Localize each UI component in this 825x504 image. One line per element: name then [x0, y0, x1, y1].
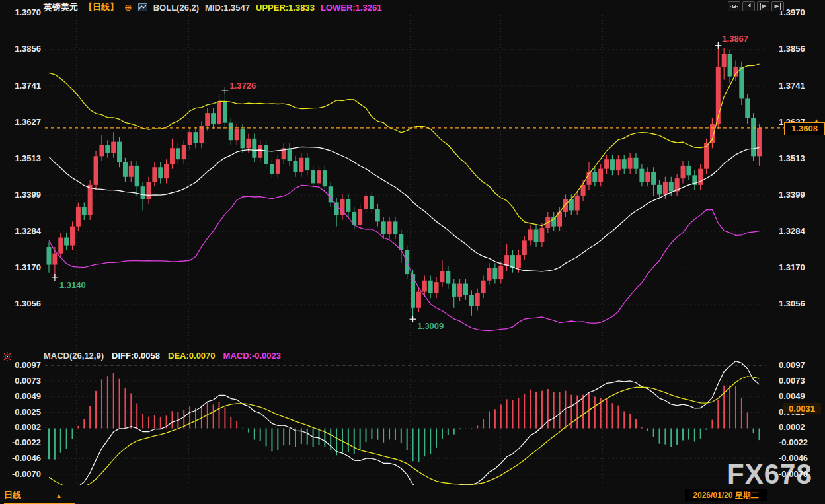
go-to-latest-button[interactable]	[771, 1, 784, 11]
pan-cross-icon	[730, 3, 738, 10]
macd-current-label: 0.0031	[783, 403, 821, 414]
fit-x-axis-icon	[759, 3, 767, 10]
current-price-label: 1.3608	[784, 122, 825, 135]
boll-upper-label: UPPER:1.3833	[256, 3, 315, 13]
boll-lower-label: LOWER:1.3261	[321, 3, 381, 13]
price-up-arrow-icon: ▲	[813, 118, 820, 124]
pan-tool-button[interactable]	[728, 1, 740, 11]
watermark: FX678	[727, 458, 812, 490]
macd-layer	[49, 361, 760, 497]
chart-toolbar	[728, 1, 784, 11]
swing-annotation: 1.3140	[59, 280, 86, 290]
boll-mid-label: MID:1.3547	[205, 3, 250, 13]
fit-y-axis-button[interactable]	[742, 1, 755, 11]
swing-annotation: 1.3726	[229, 81, 256, 90]
add-indicator-icon[interactable]: ⊕	[124, 3, 132, 12]
boll-indicator-icon	[138, 3, 147, 11]
macd-legend: MACD(26,12,9) DIFF:0.0058 DEA:0.0070 MAC…	[44, 351, 281, 361]
crosshair-date-label: 2026/01/20 星期二	[685, 489, 767, 501]
red-sun-icon	[2, 351, 13, 362]
swing-annotation: 1.3867	[722, 34, 748, 44]
symbol-name: 英镑美元	[44, 1, 78, 13]
dropdown-arrow-icon: ▲	[56, 492, 62, 499]
macd-dea-label: DEA:0.0070	[168, 351, 216, 361]
macd-title: MACD(26,12,9)	[44, 351, 104, 361]
go-to-latest-icon	[773, 3, 782, 10]
macd-diff-label: DIFF:0.0058	[112, 351, 160, 361]
fit-y-axis-icon	[744, 3, 753, 10]
boll-label: BOLL(26,2)	[153, 3, 199, 13]
chart-legend: 英镑美元 【日线】 ⊕ BOLL(26,2) MID:1.3547 UPPER:…	[44, 1, 381, 13]
chart-window: 1.31401.37261.30091.3867 英镑美元 【日线】 ⊕ BOL…	[0, 0, 825, 504]
swing-annotation: 1.3009	[418, 321, 444, 331]
candles-layer	[47, 46, 762, 331]
macd-value-label: MACD:-0.0023	[223, 351, 281, 361]
period-tab[interactable]: 日线 ▲	[4, 489, 62, 501]
fit-x-axis-button[interactable]	[757, 1, 769, 11]
period-tag[interactable]: 【日线】	[84, 1, 118, 13]
indicator-settings-button[interactable]	[2, 351, 13, 362]
chart-plot-area[interactable]: 1.31401.37261.30091.3867	[0, 0, 825, 504]
period-tab-label: 日线	[4, 489, 21, 501]
